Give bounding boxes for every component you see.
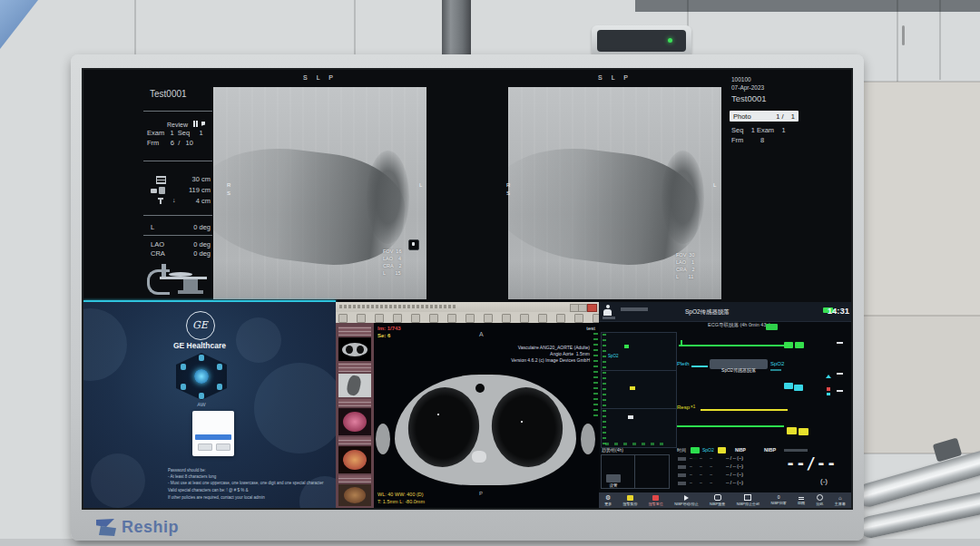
alarm-pause-button[interactable]: 报警暂停 (623, 495, 638, 506)
password-rule-line: - Must use at least one uppercase, one l… (168, 482, 324, 486)
trend-dot-bp (628, 415, 633, 419)
tool-icon[interactable] (556, 314, 565, 323)
wave-alarm-box: SpO2传感器脱落 (710, 359, 768, 369)
scale-strip (593, 333, 598, 416)
fov-overlay-row: CRA 2 (383, 264, 401, 269)
more-button[interactable]: ⚙更多 (604, 494, 612, 506)
tool-icon[interactable] (484, 314, 493, 323)
alarm-message-2: ECG导联脱落 (4h 0min 43s) (708, 323, 770, 328)
tool-icon[interactable] (393, 314, 402, 323)
tool-icon[interactable] (375, 314, 384, 323)
hr-value-block (784, 342, 793, 348)
tool-icon[interactable] (447, 314, 456, 323)
fov-overlay-row: L 11 (676, 275, 693, 280)
ct-thumbnail-3d[interactable] (338, 408, 371, 435)
red-marker (827, 387, 830, 391)
home-button[interactable]: ⌂主屏幕 (835, 495, 846, 506)
series-label (338, 399, 371, 406)
standby-button[interactable]: 待机 (816, 494, 823, 506)
alarm-pause-icon (627, 495, 633, 501)
tool-icon[interactable] (338, 314, 348, 323)
table-row-dashes: – – – (690, 464, 712, 469)
wave-alarm-text: SpO2传感器脱落 (721, 367, 756, 373)
spo2-value-block (784, 383, 793, 389)
frame-row: Frm 8 (731, 137, 764, 144)
lateral-value: 0 deg (171, 224, 211, 231)
settings-button[interactable]: 设置 (606, 474, 621, 483)
ecg2-wave (677, 425, 784, 427)
brand-name: Reship (122, 519, 179, 535)
edge-marker-s: S (506, 190, 510, 196)
ct-thumbnail[interactable] (338, 337, 371, 361)
tool-icon[interactable] (520, 314, 529, 323)
nibp-value: --/-- (786, 456, 837, 472)
nibp-stop-all-button[interactable]: NIBP停止全部 (737, 494, 760, 506)
monitor-button-bar: ⚙更多 报警暂停 报警复位 NIBP启动/停止 NIBP测量 NIBP停止全部 … (599, 492, 851, 508)
ct-thumbnail-3d[interactable] (338, 484, 371, 506)
trend-dot-hr (624, 345, 629, 348)
trend-box-label: 趋势组(4h) (602, 448, 623, 453)
tool-icon[interactable] (429, 314, 438, 323)
trend-panel (601, 370, 677, 410)
ct-thumbnail[interactable] (338, 374, 371, 397)
lateral-label: L (151, 224, 154, 231)
nibp-start-stop-button[interactable]: NIBP启动/停止 (674, 495, 698, 506)
fov-overlay-row: L 15 (383, 271, 401, 277)
tool-icon[interactable] (574, 314, 583, 323)
lao-label: LAO (151, 241, 164, 249)
dialog-cancel-button[interactable] (216, 444, 230, 451)
study-date: 07-Apr-2023 (731, 85, 764, 92)
clock: 14:31 (818, 307, 849, 316)
lao-value: 0 deg (171, 241, 211, 249)
fov-overlay-row: FOV 30 (676, 253, 694, 258)
tool-icon[interactable] (411, 314, 420, 323)
tool-icon[interactable] (538, 314, 547, 323)
cabinet-handle (902, 25, 905, 45)
home-icon: ⌂ (838, 495, 842, 501)
divider (143, 215, 212, 216)
table-row-label (678, 465, 686, 469)
nibp-zero-button[interactable]: 0NIBP归零 (770, 495, 786, 505)
sid-value: 30 cm (171, 176, 211, 183)
frame-row: Frm 6 / 10 (147, 140, 193, 147)
table-row-label (678, 482, 686, 485)
table-height-icon (151, 187, 165, 194)
table-row-dashes: – – – (690, 456, 712, 461)
nibp-stop-icon (744, 494, 751, 501)
maximize-button[interactable] (578, 304, 587, 312)
elevation-value: 4 cm (171, 198, 211, 205)
patient-monitor: SpO2传感器脱落 14:31 ECG导联脱落 (4h 0min 43s) Sp… (599, 302, 851, 508)
password-rule-line: - At least 8 characters long (168, 475, 216, 480)
nibp-zero-icon: 0 (778, 495, 780, 500)
edge-marker-r: R (506, 182, 510, 188)
alarm-badge (766, 324, 778, 330)
resp-label: Resp (677, 405, 690, 410)
divider (143, 235, 212, 236)
table-row-value: -- / -- (--) (726, 473, 743, 477)
review-button[interactable]: 回顾 (798, 495, 805, 505)
right-cabinet-panel (864, 82, 980, 316)
table-row-dashes: – – – (690, 473, 712, 477)
ct-thumbnail-3d[interactable] (338, 446, 371, 473)
cabinet-seam (864, 81, 980, 83)
standby-icon (817, 494, 823, 501)
aw-product-label: AW (176, 402, 227, 407)
nibp-sub-text (784, 449, 808, 452)
close-button[interactable]: × (587, 304, 597, 312)
titlebar-text (339, 305, 457, 308)
patient-icon (603, 305, 612, 317)
trend-spo2-label: SpO2 (608, 355, 619, 359)
patient-id: Test0001 (150, 90, 187, 99)
trend-panel (601, 332, 677, 372)
nibp-measure-button[interactable]: NIBP测量 (710, 494, 725, 506)
tool-icon[interactable] (466, 314, 475, 323)
ge-logo: GE (186, 311, 215, 340)
cabinet-seam (864, 453, 980, 454)
tool-icon[interactable] (357, 314, 366, 323)
elevation-icon (156, 198, 165, 204)
dialog-ok-button[interactable] (198, 444, 212, 451)
tool-icon[interactable] (502, 314, 511, 323)
table-header-spo2: SpO2 (702, 448, 714, 453)
alarm-reset-button[interactable]: 报警复位 (649, 495, 663, 506)
table-row-value: -- / -- (--) (726, 481, 743, 485)
